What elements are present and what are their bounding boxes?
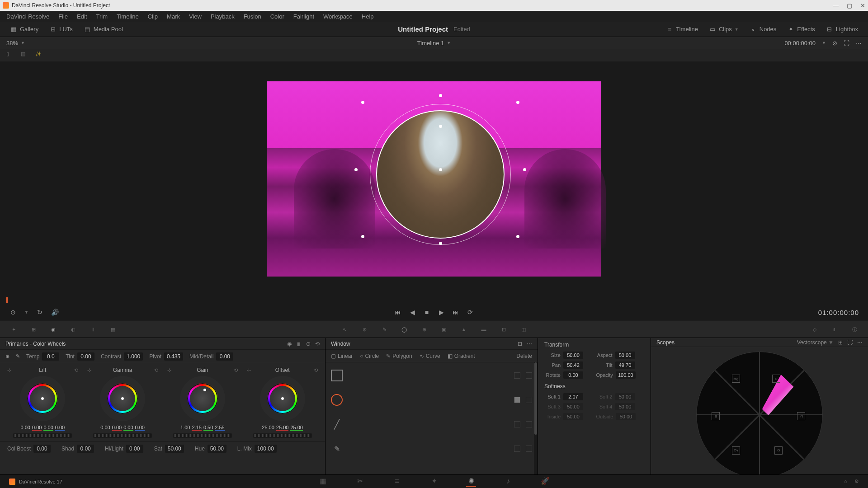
menu-item[interactable]: Fairlight [293,13,314,20]
add-gradient-button[interactable]: ◧Gradient [448,353,475,359]
wheels-mode-icon[interactable]: ◉ [287,341,292,347]
window-item-pen[interactable]: ✎ [331,439,532,458]
wheel-value[interactable]: 25.00 [262,425,274,431]
softness-value[interactable]: 50.00 [616,413,636,420]
param-value[interactable]: 0.00 [33,445,51,453]
deliver-page-button[interactable]: 🚀 [540,477,550,487]
softness-value[interactable]: 50.00 [563,403,583,410]
keyframe-icon[interactable]: ◇ [810,325,819,334]
add-circle-button[interactable]: ○Circle [360,353,379,359]
blur-icon[interactable]: ▲ [459,325,468,334]
handle-icon[interactable] [439,94,442,97]
handle-icon[interactable] [354,168,358,171]
add-linear-button[interactable]: ▢Linear [331,353,353,359]
menu-item[interactable]: Workspace [323,13,353,20]
black-point-icon[interactable]: ⊹ [247,367,251,373]
wheel-value[interactable]: 0.00 [123,425,133,431]
menu-item[interactable]: Color [270,13,284,20]
menu-item[interactable]: Clip [148,13,158,20]
clips-toggle[interactable]: ▭Clips▼ [705,24,742,35]
wheel-value[interactable]: 0.00 [100,425,110,431]
scope-expand-icon[interactable]: ⛶ [847,339,853,346]
invert-toggle[interactable] [526,372,532,379]
wheel-value[interactable]: 1.00 [180,425,190,431]
menu-item[interactable]: Fusion [244,13,261,20]
transform-value[interactable]: 50.42 [563,361,583,369]
pivot-value[interactable]: 0.435 [164,352,183,361]
handle-icon[interactable] [516,235,519,238]
transform-value[interactable]: 50.00 [563,352,583,359]
window-item-circle[interactable] [331,390,532,409]
menu-item[interactable]: Help [362,13,374,20]
step-back-button[interactable]: ◀ [408,308,416,316]
reset-icon[interactable]: ⟲ [314,367,318,373]
wheel-value[interactable]: 25.00 [276,425,289,431]
param-value[interactable]: 50.00 [208,445,226,453]
minimize-button[interactable]: — [833,2,839,9]
cut-page-button[interactable]: ✂ [355,477,365,487]
softness-value[interactable]: 50.00 [615,393,635,400]
softness-value[interactable]: 50.00 [615,403,635,410]
scopes-icon[interactable]: ⫾ [830,325,839,334]
wheel-value[interactable]: 0.00 [55,425,65,431]
menu-item[interactable]: File [58,13,68,20]
invert-toggle[interactable] [526,421,532,427]
delete-window-button[interactable]: Delete [516,353,532,359]
black-point-icon[interactable]: ⊹ [167,367,171,373]
add-curve-button[interactable]: ∿Curve [420,353,440,359]
softness-value[interactable]: 2.07 [563,393,583,400]
tracking-icon[interactable]: ⊕ [420,325,429,334]
bypass-icon[interactable]: ⊘ [832,40,837,47]
bars-mode-icon[interactable]: ⫼ [296,341,302,347]
gamma-master-slider[interactable] [93,433,152,438]
options-icon[interactable]: ⋯ [527,341,532,347]
handle-icon[interactable] [516,101,519,104]
log-mode-icon[interactable]: ⊙ [306,341,311,347]
tint-value[interactable]: 0.00 [77,352,94,361]
handle-icon[interactable] [439,125,442,128]
auto-balance-icon[interactable]: ⊕ [5,353,9,359]
luts-toggle[interactable]: ⊞LUTs [46,24,76,35]
media-pool-toggle[interactable]: ▤Media Pool [80,24,127,35]
reset-icon[interactable]: ⟲ [234,367,238,373]
wheel-value[interactable]: 25.00 [290,425,303,431]
viewer[interactable] [0,61,868,296]
param-value[interactable]: 0.00 [77,445,94,453]
reset-icon[interactable]: ⟲ [315,341,320,347]
menu-item[interactable]: DaVinci Resolve [6,13,49,20]
mask-toggle[interactable] [514,421,520,427]
window-item-linear[interactable] [331,366,532,385]
viewer-canvas[interactable] [267,81,601,277]
transform-value[interactable]: 0.00 [563,371,583,379]
fairlight-page-button[interactable]: ♪ [503,477,513,487]
stop-button[interactable]: ■ [423,308,431,316]
scope-layout-icon[interactable]: ⊞ [838,339,843,346]
mask-bounding-box[interactable] [363,102,518,237]
mask-toggle[interactable] [514,372,520,379]
mask-toggle[interactable] [514,446,520,452]
wheel-value[interactable]: 2.55 [215,425,224,431]
window-icon[interactable]: ◯ [400,325,409,334]
contrast-value[interactable]: 1.000 [124,352,143,361]
edit-page-button[interactable]: ≡ [392,477,402,487]
param-value[interactable]: 50.00 [165,445,184,453]
mute-icon[interactable]: 🔊 [51,308,59,316]
black-point-icon[interactable]: ⊹ [87,367,91,373]
nodes-toggle[interactable]: ∘Nodes [746,24,780,35]
record-timecode[interactable]: 01:00:00:00 [818,309,859,316]
menu-item[interactable]: Playback [211,13,235,20]
offset-master-slider[interactable] [253,433,312,438]
prev-clip-button[interactable]: ⏮ [394,308,402,316]
gamma-wheel[interactable] [100,376,145,421]
handle-icon[interactable] [361,101,364,104]
highlight-icon[interactable]: ✨ [35,51,43,59]
window-item-curve[interactable]: ╱ [331,415,532,434]
timeline-dropdown[interactable]: Timeline 1▼ [417,40,451,47]
transform-value[interactable]: 50.00 [615,352,635,359]
loop-button[interactable]: ⟳ [466,308,474,316]
scope-options-icon[interactable]: ⋯ [857,339,863,346]
wheel-value[interactable]: 0.00 [21,425,30,431]
primaries-icon[interactable]: ◉ [49,325,58,334]
info-icon[interactable]: ⓘ [850,325,859,334]
transform-value[interactable]: 100.00 [616,371,636,379]
